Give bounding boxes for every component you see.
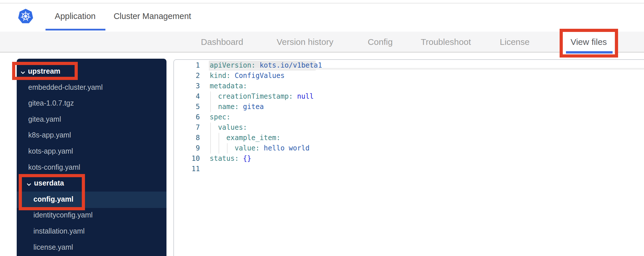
line-number: 6	[176, 113, 200, 121]
subnav-item-version-history[interactable]: Version history	[277, 37, 334, 47]
code-line[interactable]: status: {}	[210, 154, 251, 163]
subnav-item-config[interactable]: Config	[368, 37, 393, 47]
annotation-box-userdata-config	[19, 174, 85, 210]
subnav-item-dashboard[interactable]: Dashboard	[201, 37, 243, 47]
tree-file-license-yaml[interactable]: license.yaml	[33, 243, 73, 251]
tree-file-kots-config-yaml[interactable]: kots-config.yaml	[28, 163, 80, 171]
annotation-box-upstream	[12, 62, 78, 80]
window-top-border	[0, 3, 644, 3]
code-line[interactable]: metadata:	[210, 82, 247, 90]
annotation-box-view-files	[560, 29, 618, 58]
tab-application[interactable]: Application	[55, 12, 96, 21]
tree-file-embedded-cluster-yaml[interactable]: embedded-cluster.yaml	[28, 83, 103, 91]
line-number: 9	[176, 144, 200, 152]
line-number: 11	[176, 165, 200, 173]
code-line[interactable]: example_item:	[210, 134, 281, 142]
subnav-item-license[interactable]: License	[500, 37, 529, 47]
line-number: 10	[176, 154, 200, 163]
line-number: 5	[176, 103, 200, 111]
code-line[interactable]: kind: ConfigValues	[210, 72, 285, 80]
active-tab-underline	[46, 29, 105, 30]
tree-file-identityconfig-yaml[interactable]: identityconfig.yaml	[33, 211, 93, 219]
line-number: 3	[176, 82, 200, 90]
line-number: 2	[176, 72, 200, 80]
line-number: 8	[176, 134, 200, 142]
code-line[interactable]: creationTimestamp: null	[210, 92, 314, 100]
tab-cluster-management[interactable]: Cluster Management	[113, 12, 191, 21]
kubernetes-logo	[18, 9, 33, 24]
code-line[interactable]: spec:	[210, 113, 230, 121]
line-number: 7	[176, 123, 200, 131]
tree-file-k8s-app-yaml[interactable]: k8s-app.yaml	[28, 131, 71, 140]
line-number: 1	[176, 61, 200, 69]
tree-file-gitea-yaml[interactable]: gitea.yaml	[28, 115, 61, 123]
code-line[interactable]: name: gitea	[210, 103, 264, 111]
tree-file-gitea-1-0-7-tgz[interactable]: gitea-1.0.7.tgz	[28, 99, 74, 108]
code-line[interactable]: apiVersion: kots.io/v1beta1	[210, 61, 322, 69]
code-line[interactable]: value: hello world	[210, 144, 310, 152]
tree-file-kots-app-yaml[interactable]: kots-app.yaml	[28, 147, 73, 155]
code-line[interactable]: values:	[210, 123, 247, 131]
subnav-item-troubleshoot[interactable]: Troubleshoot	[421, 37, 471, 47]
tree-file-installation-yaml[interactable]: installation.yaml	[33, 227, 85, 235]
line-number: 4	[176, 92, 200, 100]
